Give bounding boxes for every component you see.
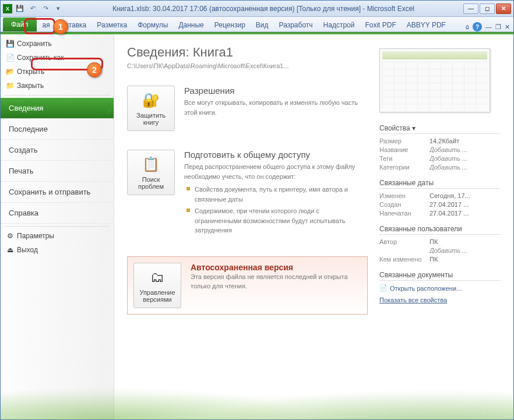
manage-versions-button[interactable]: 🗂 Управление версиями — [133, 263, 181, 308]
prepare-bullet: Свойства документа, путь к принтеру, имя… — [184, 185, 368, 204]
excel-icon: X — [3, 4, 12, 13]
prop-label-lastmod: Кем изменено — [379, 256, 429, 263]
show-all-properties[interactable]: Показать все свойства — [379, 297, 447, 303]
info-main: Сведения: Книга1 C:\Users\ПК\AppData\Roa… — [127, 45, 368, 409]
document-thumbnail[interactable] — [379, 48, 490, 112]
menu-tab-share[interactable]: Сохранить и отправить — [1, 182, 114, 203]
related-users-header: Связанные пользователи — [379, 225, 501, 235]
button-label: Поиск проблем — [130, 176, 172, 190]
prop-label-size: Размер — [379, 137, 429, 144]
tab-view[interactable]: Вид — [251, 19, 273, 31]
tab-developer[interactable]: Разработч — [274, 19, 318, 31]
ribbon-minimize-icon[interactable]: ۵ — [466, 23, 469, 31]
prepare-title: Подготовить к общему доступу — [184, 150, 368, 160]
prop-add-categories[interactable]: Добавить ... — [429, 164, 501, 171]
menu-options[interactable]: ⚙ Параметры — [1, 229, 114, 243]
tab-formulas[interactable]: Формулы — [133, 19, 172, 31]
separator — [4, 95, 110, 96]
menu-label: Параметры — [17, 232, 54, 240]
check-issues-button[interactable]: 📋 Поиск проблем — [127, 150, 175, 195]
versions-icon: 🗂 — [148, 268, 167, 287]
folder-icon: 📄 — [379, 284, 388, 292]
redo-icon[interactable]: ↷ — [40, 3, 51, 14]
menu-tab-recent[interactable]: Последние — [1, 119, 114, 140]
permissions-text: Все могут открывать, копировать и изменя… — [184, 98, 368, 117]
button-label: Управление версиями — [136, 289, 178, 303]
prop-label-created: Создан — [379, 201, 429, 208]
maximize-button[interactable]: ◻ — [480, 3, 495, 14]
prop-label-tags: Теги — [379, 155, 429, 162]
tab-file[interactable]: Файл — [3, 17, 37, 31]
properties-panel: Свойства ▾ Размер14,2Кбайт НазваниеДобав… — [379, 45, 501, 409]
tab-data[interactable]: Данные — [174, 19, 208, 31]
menu-label: Сохранить как — [17, 54, 64, 62]
menu-save[interactable]: 💾 Сохранить — [1, 37, 114, 51]
menu-tab-info[interactable]: Сведения — [1, 98, 114, 119]
prop-add-tags[interactable]: Добавить ... — [429, 155, 501, 162]
prepare-bullet: Содержимое, при чтении которого люди с о… — [184, 206, 368, 235]
prop-label-title: Название — [379, 146, 429, 153]
menu-close[interactable]: 📁 Закрыть — [1, 79, 114, 93]
ribbon-tabs: Файл ая Вставка Разметка Формулы Данные … — [1, 17, 513, 32]
file-path: C:\Users\ПК\AppData\Roaming\Microsoft\Ex… — [127, 62, 368, 69]
doc-close-icon[interactable]: ✕ — [505, 23, 510, 31]
menu-tab-print[interactable]: Печать — [1, 161, 114, 182]
menu-tab-help[interactable]: Справка — [1, 203, 114, 224]
close-button[interactable]: ✕ — [496, 3, 511, 14]
doc-minimize-icon[interactable]: — — [485, 23, 492, 30]
prepare-section: 📋 Поиск проблем Подготовить к общему дос… — [127, 150, 368, 238]
save-icon: 💾 — [5, 39, 15, 48]
prop-value-printed: 27.04.2017 ... — [429, 210, 501, 217]
autosave-text: Эта версия файла не является последней и… — [191, 272, 361, 291]
tab-home[interactable]: ая — [38, 19, 55, 31]
prop-label-printed: Напечатан — [379, 210, 429, 217]
undo-icon[interactable]: ↶ — [27, 3, 38, 14]
menu-label: Открыть — [17, 68, 44, 76]
tab-layout[interactable]: Разметка — [92, 19, 132, 31]
save-as-icon: 📄 — [5, 53, 15, 62]
open-file-location[interactable]: 📄Открыть расположени... — [379, 284, 501, 292]
tab-abbyy[interactable]: ABBYY PDF — [402, 19, 450, 31]
menu-exit[interactable]: ⏏ Выход — [1, 243, 114, 257]
button-label: Защитить книгу — [130, 112, 172, 126]
quick-access-toolbar: 💾 ↶ ↷ ▾ — [15, 3, 64, 14]
autosave-title: Автосохраненная версия — [191, 263, 361, 272]
prepare-text: Перед распространением общего доступа к … — [184, 162, 368, 235]
prop-value-author: ПК — [429, 238, 501, 245]
menu-tab-new[interactable]: Создать — [1, 140, 114, 161]
exit-icon: ⏏ — [5, 245, 15, 255]
prop-value-size: 14,2Кбайт — [429, 137, 501, 144]
prop-label-author: Автор — [379, 238, 429, 245]
permissions-section: 🔐 Защитить книгу Разрешения Все могут от… — [127, 86, 368, 131]
window-title: Книга1.xlsb: 30.04.2017 17:06 (автосохра… — [64, 5, 463, 13]
app-window: X 💾 ↶ ↷ ▾ Книга1.xlsb: 30.04.2017 17:06 … — [0, 0, 514, 420]
menu-label: Сохранить — [17, 40, 52, 48]
prop-add-author[interactable]: Добавить ... — [429, 247, 501, 254]
related-dates-header: Связанные даты — [379, 179, 501, 189]
menu-label: Закрыть — [17, 82, 44, 90]
protect-workbook-button[interactable]: 🔐 Защитить книгу — [127, 86, 175, 131]
lock-icon: 🔐 — [142, 91, 160, 110]
window-controls: — ◻ ✕ — [463, 3, 511, 14]
tab-foxit[interactable]: Foxit PDF — [360, 19, 400, 31]
related-docs-header: Связанные документы — [379, 271, 501, 281]
prop-label-categories: Категории — [379, 164, 429, 171]
backstage: 💾 Сохранить 📄 Сохранить как 📂 Открыть 📁 … — [1, 34, 513, 419]
prop-add-title[interactable]: Добавить ... — [429, 146, 501, 153]
save-icon[interactable]: 💾 — [15, 3, 25, 14]
prepare-intro: Перед распространением общего доступа к … — [184, 163, 355, 180]
properties-header[interactable]: Свойства ▾ — [379, 124, 501, 134]
prop-value-created: 27.04.2017 ... — [429, 201, 501, 208]
doc-restore-icon[interactable]: ❐ — [495, 23, 501, 31]
help-icon[interactable]: ? — [473, 22, 482, 31]
autosave-section: 🗂 Управление версиями Автосохраненная ве… — [127, 256, 368, 315]
tab-addins[interactable]: Надстрой — [319, 19, 360, 31]
customize-qat-icon[interactable]: ▾ — [53, 3, 64, 14]
minimize-button[interactable]: — — [463, 3, 478, 14]
separator — [4, 226, 110, 227]
titlebar: X 💾 ↶ ↷ ▾ Книга1.xlsb: 30.04.2017 17:06 … — [1, 1, 513, 17]
tab-review[interactable]: Рецензир — [210, 19, 250, 31]
prop-value-lastmod: ПК — [429, 256, 501, 263]
options-icon: ⚙ — [5, 231, 15, 241]
prop-value-modified: Сегодня, 17... — [429, 192, 501, 199]
